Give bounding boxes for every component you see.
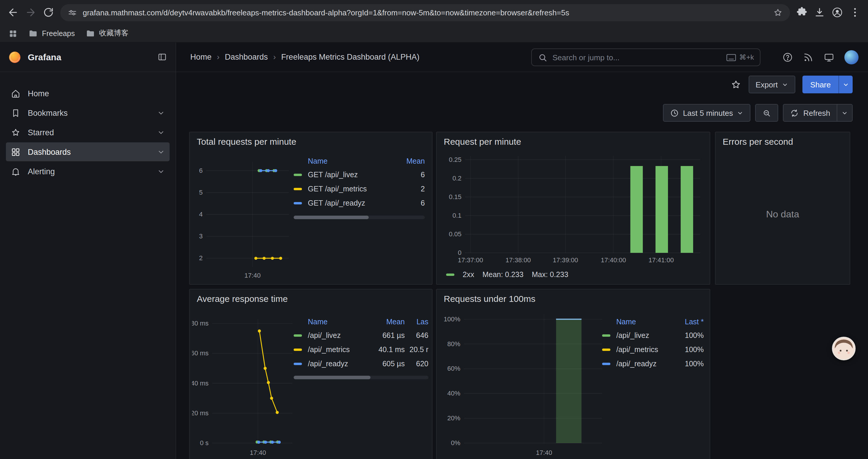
url-bar[interactable]: grafana.mathmast.com/d/deytv4rwavabkb/fr…: [60, 4, 790, 21]
bookmark-star-icon[interactable]: [773, 7, 783, 18]
svg-text:80 ms: 80 ms: [192, 320, 209, 327]
news-rss-icon[interactable]: [803, 52, 814, 63]
search-input[interactable]: Search or jump to... ⌘+k: [531, 48, 761, 66]
legend-scrollbar[interactable]: [294, 216, 425, 219]
svg-text:40%: 40%: [447, 390, 460, 397]
sidebar-item-bookmarks[interactable]: Bookmarks: [6, 103, 169, 122]
chevron-down-icon[interactable]: [157, 129, 165, 136]
share-button[interactable]: Share: [803, 76, 852, 93]
sidebar-item-starred[interactable]: Starred: [6, 123, 169, 142]
series-value: 6: [398, 199, 425, 207]
bookmark-folder-blogs[interactable]: 收藏博客: [85, 28, 128, 38]
average-response-time-chart[interactable]: 80 ms60 ms40 ms20 ms0 s17:40: [192, 311, 296, 458]
series-name[interactable]: 2xx: [463, 270, 474, 279]
legend-column-name[interactable]: Name: [308, 318, 372, 326]
breadcrumb-home[interactable]: Home: [190, 53, 212, 61]
legend-column-last-[interactable]: Last *: [675, 318, 704, 326]
panel-title[interactable]: Request per minute: [444, 136, 521, 146]
url-text[interactable]: grafana.mathmast.com/d/deytv4rwavabkb/fr…: [83, 8, 768, 17]
user-avatar[interactable]: [844, 50, 859, 64]
panel-title[interactable]: Average response time: [197, 294, 288, 304]
legend-row[interactable]: /api/_metrics100%: [602, 342, 704, 357]
request-per-minute-chart[interactable]: 0.250.20.150.10.05017:37:0017:38:0017:39…: [440, 150, 705, 266]
browser-menu-icon[interactable]: [849, 6, 861, 18]
panel-title[interactable]: Requests under 100ms: [444, 294, 535, 304]
svg-text:17:37:00: 17:37:00: [458, 256, 483, 264]
sidebar-item-alerting[interactable]: Alerting: [6, 162, 169, 181]
legend-row[interactable]: /api/_livez100%: [602, 328, 704, 342]
legend-column-mean[interactable]: Mean: [372, 318, 405, 326]
panel-title[interactable]: Errors per second: [723, 136, 793, 146]
series-color-marker: [294, 334, 302, 337]
svg-text:40 ms: 40 ms: [192, 380, 209, 387]
legend-column-name[interactable]: Name: [308, 157, 398, 165]
svg-text:60%: 60%: [447, 365, 460, 372]
series-value: 2: [398, 185, 425, 193]
legend-row[interactable]: GET /api/_readyz6: [294, 196, 425, 210]
bookmark-folder-freeleaps[interactable]: Freeleaps: [28, 29, 75, 38]
chevron-down-icon[interactable]: [157, 109, 165, 117]
legend-header: NameLast *: [602, 316, 704, 328]
svg-text:0.15: 0.15: [449, 193, 462, 201]
sidebar-item-dashboards[interactable]: Dashboards: [6, 142, 169, 161]
dashboards-grid-icon: [11, 147, 21, 157]
forward-icon[interactable]: [25, 6, 37, 18]
legend-table: NameLast */api/_livez100%/api/_metrics10…: [602, 316, 704, 371]
favorite-star-icon[interactable]: [730, 79, 741, 90]
chevron-down-icon[interactable]: [157, 167, 165, 175]
sidebar-item-home[interactable]: Home: [6, 84, 169, 103]
back-icon[interactable]: [7, 6, 19, 18]
grafana-logo[interactable]: [8, 51, 21, 64]
series-value: 100%: [675, 346, 704, 354]
refresh-interval-dropdown[interactable]: [837, 104, 852, 121]
total-requests-chart[interactable]: 6543217:40: [192, 155, 292, 281]
legend-row[interactable]: GET /api/_livez6: [294, 168, 425, 182]
legend-row[interactable]: /api/_metrics40.1 ms20.5 r: [294, 342, 428, 357]
extensions-icon[interactable]: [796, 6, 808, 18]
legend-row[interactable]: /api/_readyz100%: [602, 357, 704, 371]
site-info-icon[interactable]: [67, 7, 78, 18]
legend-row[interactable]: GET /api/_metrics2: [294, 182, 425, 196]
requests-under-100ms-chart[interactable]: 100%80%60%40%20%0%17:40: [440, 308, 606, 458]
series-mean: Mean: 0.233: [483, 270, 524, 279]
legend-row[interactable]: /api/_readyz605 µs620: [294, 357, 428, 371]
export-button[interactable]: Export: [748, 76, 795, 93]
chevron-down-icon[interactable]: [157, 148, 165, 156]
legend-scrollbar[interactable]: [294, 376, 428, 379]
time-range-picker[interactable]: Last 5 minutes: [663, 104, 751, 122]
kiosk-monitor-icon[interactable]: [824, 52, 834, 63]
svg-text:17:40: 17:40: [536, 449, 552, 456]
svg-text:17:38:00: 17:38:00: [505, 256, 531, 264]
share-menu-arrow[interactable]: [838, 76, 852, 93]
refresh-button[interactable]: Refresh: [783, 104, 852, 122]
search-placeholder: Search or jump to...: [553, 53, 721, 62]
series-color-marker: [602, 334, 610, 337]
legend-column-las[interactable]: Las: [405, 318, 428, 326]
browser-profile-icon[interactable]: [831, 6, 843, 18]
chevron-down-icon: [841, 109, 848, 116]
search-icon: [538, 52, 548, 62]
scrollbar-thumb[interactable]: [294, 216, 368, 219]
legend-column-mean[interactable]: Mean: [398, 157, 425, 165]
legend-row[interactable]: /api/_livez661 µs646: [294, 328, 428, 342]
reload-icon[interactable]: [42, 6, 54, 18]
assistant-avatar[interactable]: [832, 337, 856, 360]
refresh-icon: [790, 108, 799, 117]
share-label[interactable]: Share: [803, 76, 838, 93]
series-name: GET /api/_metrics: [308, 185, 398, 193]
scrollbar-thumb[interactable]: [294, 376, 370, 379]
breadcrumb-dashboards[interactable]: Dashboards: [225, 53, 268, 61]
panel-title[interactable]: Total requests per minute: [197, 136, 296, 146]
downloads-icon[interactable]: [814, 6, 826, 18]
svg-text:0.1: 0.1: [452, 212, 462, 219]
help-icon[interactable]: [782, 52, 793, 63]
collapse-sidebar-icon[interactable]: [157, 52, 167, 62]
legend-column-name[interactable]: Name: [616, 318, 675, 326]
apps-grid-icon[interactable]: [8, 29, 18, 38]
series-color-marker: [294, 174, 302, 176]
svg-text:0 s: 0 s: [200, 439, 209, 447]
grafana-sidebar: Grafana Home Bookmarks: [0, 42, 176, 459]
panel-errors-per-second: Errors per second No data: [715, 132, 850, 285]
bookmarks-bar: Freeleaps 收藏博客: [0, 25, 868, 42]
zoom-out-button[interactable]: [755, 104, 778, 122]
